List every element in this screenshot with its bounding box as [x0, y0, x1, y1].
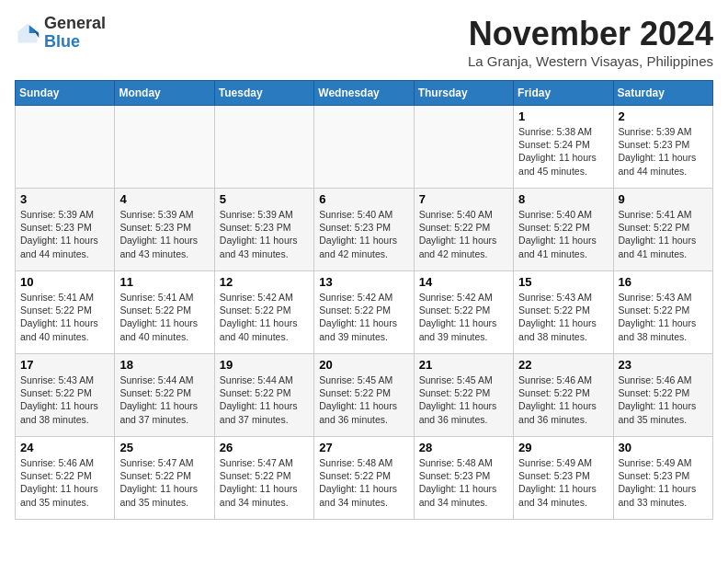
calendar-cell: 13Sunrise: 5:42 AM Sunset: 5:22 PM Dayli…	[314, 271, 414, 354]
calendar-body: 1Sunrise: 5:38 AM Sunset: 5:24 PM Daylig…	[16, 106, 713, 520]
calendar-cell: 4Sunrise: 5:39 AM Sunset: 5:23 PM Daylig…	[115, 189, 214, 271]
day-info: Sunrise: 5:48 AM Sunset: 5:22 PM Dayligh…	[319, 456, 408, 509]
calendar-cell: 9Sunrise: 5:41 AM Sunset: 5:22 PM Daylig…	[613, 189, 712, 271]
day-number: 30	[619, 441, 708, 454]
calendar-cell: 21Sunrise: 5:45 AM Sunset: 5:22 PM Dayli…	[414, 354, 513, 437]
calendar-cell	[115, 106, 214, 189]
calendar-cell: 5Sunrise: 5:39 AM Sunset: 5:23 PM Daylig…	[214, 189, 313, 271]
day-info: Sunrise: 5:46 AM Sunset: 5:22 PM Dayligh…	[518, 373, 608, 426]
day-number: 15	[518, 275, 608, 289]
day-info: Sunrise: 5:41 AM Sunset: 5:22 PM Dayligh…	[119, 291, 209, 343]
day-info: Sunrise: 5:45 AM Sunset: 5:22 PM Dayligh…	[419, 373, 508, 426]
calendar-cell	[414, 106, 513, 189]
day-info: Sunrise: 5:46 AM Sunset: 5:22 PM Dayligh…	[20, 456, 109, 509]
calendar-cell: 30Sunrise: 5:49 AM Sunset: 5:23 PM Dayli…	[613, 437, 712, 520]
day-number: 27	[319, 441, 408, 454]
day-number: 22	[518, 358, 608, 372]
day-number: 7	[419, 192, 508, 206]
day-info: Sunrise: 5:40 AM Sunset: 5:22 PM Dayligh…	[419, 208, 508, 260]
calendar-week-5: 24Sunrise: 5:46 AM Sunset: 5:22 PM Dayli…	[16, 437, 713, 520]
day-info: Sunrise: 5:49 AM Sunset: 5:23 PM Dayligh…	[518, 456, 608, 509]
calendar-cell: 18Sunrise: 5:44 AM Sunset: 5:22 PM Dayli…	[115, 354, 214, 437]
weekday-header-thursday: Thursday	[414, 81, 513, 106]
day-number: 21	[419, 358, 508, 372]
calendar-cell: 11Sunrise: 5:41 AM Sunset: 5:22 PM Dayli…	[115, 271, 214, 354]
day-number: 10	[20, 275, 109, 289]
calendar-cell: 3Sunrise: 5:39 AM Sunset: 5:23 PM Daylig…	[16, 189, 115, 271]
day-info: Sunrise: 5:39 AM Sunset: 5:23 PM Dayligh…	[619, 125, 708, 178]
day-info: Sunrise: 5:39 AM Sunset: 5:23 PM Dayligh…	[119, 208, 209, 260]
weekday-header-sunday: Sunday	[16, 81, 115, 106]
day-number: 19	[220, 358, 309, 372]
weekday-header-monday: Monday	[115, 81, 214, 106]
logo: General Blue	[15, 15, 106, 52]
day-number: 3	[20, 192, 109, 206]
weekday-header-row: SundayMondayTuesdayWednesdayThursdayFrid…	[16, 81, 713, 106]
calendar-cell: 12Sunrise: 5:42 AM Sunset: 5:22 PM Dayli…	[214, 271, 313, 354]
day-info: Sunrise: 5:45 AM Sunset: 5:22 PM Dayligh…	[319, 373, 408, 426]
calendar-cell: 2Sunrise: 5:39 AM Sunset: 5:23 PM Daylig…	[613, 106, 712, 189]
day-info: Sunrise: 5:39 AM Sunset: 5:23 PM Dayligh…	[20, 208, 109, 260]
calendar-cell: 15Sunrise: 5:43 AM Sunset: 5:22 PM Dayli…	[514, 271, 613, 354]
calendar-cell	[214, 106, 313, 189]
calendar-cell: 19Sunrise: 5:44 AM Sunset: 5:22 PM Dayli…	[214, 354, 313, 437]
day-info: Sunrise: 5:48 AM Sunset: 5:23 PM Dayligh…	[419, 456, 508, 509]
day-number: 8	[518, 192, 608, 206]
day-info: Sunrise: 5:40 AM Sunset: 5:22 PM Dayligh…	[518, 208, 608, 260]
weekday-header-wednesday: Wednesday	[314, 81, 414, 106]
calendar-cell: 20Sunrise: 5:45 AM Sunset: 5:22 PM Dayli…	[314, 354, 414, 437]
day-number: 29	[518, 441, 608, 454]
calendar-cell: 17Sunrise: 5:43 AM Sunset: 5:22 PM Dayli…	[16, 354, 115, 437]
calendar-cell	[314, 106, 414, 189]
logo-text: General Blue	[44, 15, 106, 52]
calendar-cell: 29Sunrise: 5:49 AM Sunset: 5:23 PM Dayli…	[514, 437, 613, 520]
calendar-week-2: 3Sunrise: 5:39 AM Sunset: 5:23 PM Daylig…	[16, 189, 713, 271]
calendar-cell: 8Sunrise: 5:40 AM Sunset: 5:22 PM Daylig…	[514, 189, 613, 271]
day-info: Sunrise: 5:41 AM Sunset: 5:22 PM Dayligh…	[20, 291, 109, 343]
day-number: 20	[319, 358, 408, 372]
calendar-week-3: 10Sunrise: 5:41 AM Sunset: 5:22 PM Dayli…	[16, 271, 713, 354]
day-number: 4	[119, 192, 209, 206]
title-area: November 2024 La Granja, Western Visayas…	[468, 15, 713, 69]
day-info: Sunrise: 5:42 AM Sunset: 5:22 PM Dayligh…	[220, 291, 309, 343]
day-number: 17	[20, 358, 109, 372]
day-number: 23	[619, 358, 708, 372]
calendar-week-1: 1Sunrise: 5:38 AM Sunset: 5:24 PM Daylig…	[16, 106, 713, 189]
day-number: 11	[119, 275, 209, 289]
day-number: 5	[220, 192, 309, 206]
day-number: 28	[419, 441, 508, 454]
day-number: 24	[20, 441, 109, 454]
day-info: Sunrise: 5:43 AM Sunset: 5:22 PM Dayligh…	[20, 373, 109, 426]
day-info: Sunrise: 5:38 AM Sunset: 5:24 PM Dayligh…	[518, 125, 608, 178]
day-number: 9	[619, 192, 708, 206]
day-number: 14	[419, 275, 508, 289]
weekday-header-friday: Friday	[514, 81, 613, 106]
day-number: 6	[319, 192, 408, 206]
calendar-cell: 24Sunrise: 5:46 AM Sunset: 5:22 PM Dayli…	[16, 437, 115, 520]
day-info: Sunrise: 5:42 AM Sunset: 5:22 PM Dayligh…	[419, 291, 508, 343]
day-info: Sunrise: 5:43 AM Sunset: 5:22 PM Dayligh…	[518, 291, 608, 343]
day-number: 18	[119, 358, 209, 372]
weekday-header-saturday: Saturday	[613, 81, 712, 106]
day-info: Sunrise: 5:41 AM Sunset: 5:22 PM Dayligh…	[619, 208, 708, 260]
day-info: Sunrise: 5:39 AM Sunset: 5:23 PM Dayligh…	[220, 208, 309, 260]
day-number: 2	[619, 109, 708, 123]
calendar-header: SundayMondayTuesdayWednesdayThursdayFrid…	[16, 81, 713, 106]
calendar-cell: 26Sunrise: 5:47 AM Sunset: 5:22 PM Dayli…	[214, 437, 313, 520]
day-info: Sunrise: 5:47 AM Sunset: 5:22 PM Dayligh…	[220, 456, 309, 509]
calendar-cell: 22Sunrise: 5:46 AM Sunset: 5:22 PM Dayli…	[514, 354, 613, 437]
day-number: 13	[319, 275, 408, 289]
calendar-cell: 27Sunrise: 5:48 AM Sunset: 5:22 PM Dayli…	[314, 437, 414, 520]
day-info: Sunrise: 5:49 AM Sunset: 5:23 PM Dayligh…	[619, 456, 708, 509]
day-info: Sunrise: 5:43 AM Sunset: 5:22 PM Dayligh…	[619, 291, 708, 343]
day-info: Sunrise: 5:46 AM Sunset: 5:22 PM Dayligh…	[619, 373, 708, 426]
calendar-cell: 7Sunrise: 5:40 AM Sunset: 5:22 PM Daylig…	[414, 189, 513, 271]
calendar-cell	[16, 106, 115, 189]
day-info: Sunrise: 5:44 AM Sunset: 5:22 PM Dayligh…	[220, 373, 309, 426]
calendar-cell: 14Sunrise: 5:42 AM Sunset: 5:22 PM Dayli…	[414, 271, 513, 354]
calendar-cell: 1Sunrise: 5:38 AM Sunset: 5:24 PM Daylig…	[514, 106, 613, 189]
day-number: 25	[119, 441, 209, 454]
calendar-cell: 10Sunrise: 5:41 AM Sunset: 5:22 PM Dayli…	[16, 271, 115, 354]
month-title: November 2024	[468, 15, 713, 53]
day-number: 12	[220, 275, 309, 289]
